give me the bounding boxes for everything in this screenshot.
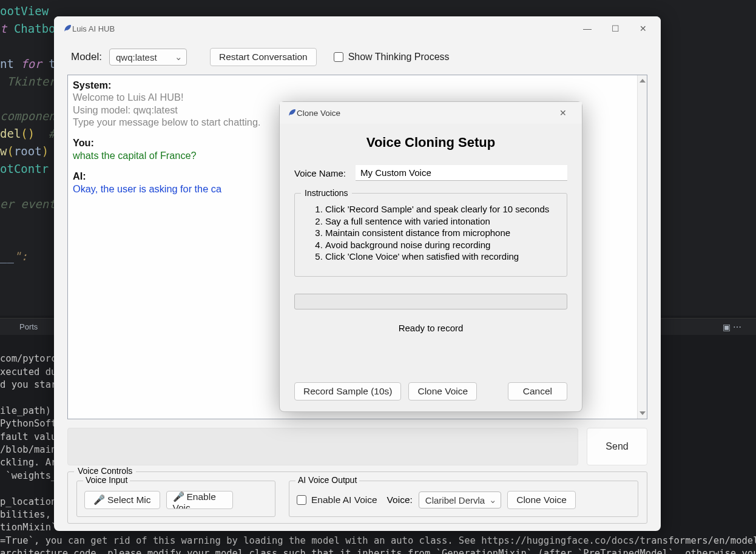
instruction-step: Click 'Record Sample' and speak clearly … [325,203,553,215]
recording-status: Ready to record [294,323,567,333]
clone-voice-dialog: Clone Voice ✕ Voice Cloning Setup Voice … [279,101,582,412]
cancel-button[interactable]: Cancel [508,382,567,400]
chevron-down-icon: ⌄ [175,52,183,62]
mic-icon: 🎤 [93,495,105,505]
main-titlebar: Luis AI HUB — ☐ ✕ [54,16,661,41]
voice-output-panel: AI Voice Output Enable AI Voice Voice: C… [289,481,638,517]
model-label: Model: [71,51,102,63]
message-input[interactable] [67,428,578,465]
instructions-legend: Instructions [301,187,352,198]
select-mic-button[interactable]: 🎤Select Mic [84,491,160,509]
instruction-step: Click 'Clone Voice' when satisfied with … [325,251,553,263]
model-select-value: qwq:latest [116,52,157,62]
close-button[interactable]: ✕ [629,18,657,39]
voice-controls-panel: Voice Controls Voice Input 🎤Select Mic 🎤… [67,471,647,524]
dialog-close-button[interactable]: ✕ [549,102,577,124]
scroll-down-icon [640,411,646,415]
chevron-down-icon: ⌄ [489,495,497,505]
voice-select-label: Voice: [387,495,413,505]
show-thinking-label: Show Thinking Process [348,52,450,62]
toolbar: Model: qwq:latest ⌄ Restart Conversation… [54,41,661,75]
main-window-title: Luis AI HUB [72,24,115,33]
checkbox-box-icon [297,495,306,505]
terminal-panel-icon[interactable]: ▣ ⋯ [715,320,749,334]
restart-conversation-button[interactable]: Restart Conversation [210,48,317,66]
enable-voice-button[interactable]: 🎤Enable Voic [166,491,233,509]
recording-progress-bar [294,294,567,309]
dialog-title: Clone Voice [297,109,340,118]
voice-name-input[interactable] [356,165,567,181]
app-feather-icon [287,108,297,118]
minimize-button[interactable]: — [573,18,601,39]
clone-voice-button[interactable]: Clone Voice [507,491,576,509]
chat-system-label: System: [73,79,632,91]
voice-input-panel: Voice Input 🎤Select Mic 🎤Enable Voic [76,481,275,517]
instruction-step: Maintain consistent distance from microp… [325,227,553,239]
model-select[interactable]: qwq:latest ⌄ [109,49,187,66]
voice-select-value: Claribel Dervla [425,495,485,505]
instructions-panel: Instructions Click 'Record Sample' and s… [294,193,567,277]
chat-scrollbar[interactable] [637,75,647,419]
enable-ai-voice-checkbox[interactable]: Enable AI Voice [297,495,377,505]
app-feather-icon [62,24,72,33]
checkbox-box-icon [334,52,343,62]
dialog-clone-voice-button[interactable]: Clone Voice [408,382,477,400]
record-sample-button[interactable]: Record Sample (10s) [294,382,401,400]
dialog-titlebar: Clone Voice ✕ [280,102,582,124]
voice-select[interactable]: Claribel Dervla ⌄ [419,492,501,508]
show-thinking-checkbox[interactable]: Show Thinking Process [334,52,450,62]
scroll-up-icon [640,79,646,83]
maximize-button[interactable]: ☐ [601,18,629,39]
instruction-step: Avoid background noise during recording [325,239,553,251]
message-input-row: Send [67,428,647,465]
voice-name-label: Voice Name: [294,168,346,178]
terminal-tab-ports[interactable]: Ports [12,320,45,334]
dialog-heading: Voice Cloning Setup [294,135,567,150]
voice-controls-legend: Voice Controls [74,466,136,476]
instruction-step: Say a full sentence with varied intonati… [325,215,553,228]
send-button[interactable]: Send [587,428,647,465]
mic-icon: 🎤 [173,492,184,502]
voice-output-legend: AI Voice Output [295,475,359,485]
voice-input-legend: Voice Input [83,475,130,485]
